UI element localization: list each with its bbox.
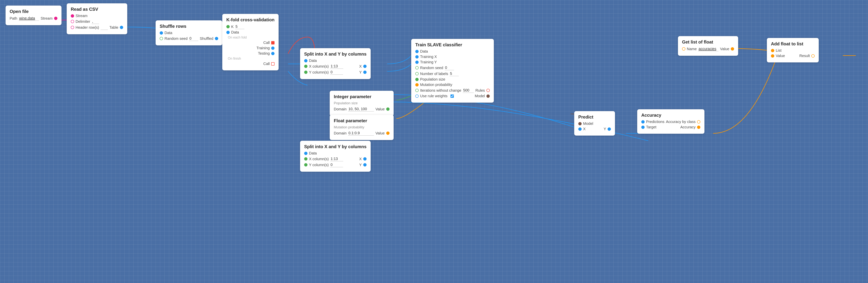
integer-param-node: Integer parameter Population size Domain… <box>330 91 394 116</box>
stream-in-port <box>71 14 74 18</box>
get-list-name-input[interactable] <box>698 46 718 51</box>
split2-xcol-label: X column(s) <box>309 157 329 161</box>
stream-row: Stream <box>71 14 123 18</box>
get-list-float-node: Get list of float Name Value <box>678 36 738 56</box>
split-xy1-node: Split into X and Y by columns Data X col… <box>300 48 371 79</box>
split-xy2-title: Split into X and Y by columns <box>304 144 367 149</box>
kfold-data-label: Data <box>231 30 239 34</box>
split-xy1-title: Split into X and Y by columns <box>304 52 367 57</box>
predict-title: Predict <box>578 115 611 120</box>
shuffle-data-label: Data <box>164 31 172 35</box>
kfold-call2-label: Call <box>264 62 270 66</box>
kfold-call-label: Call <box>264 40 270 45</box>
split1-ycol-input[interactable] <box>330 70 343 75</box>
train-iter-port <box>415 89 418 92</box>
split2-ycol-input[interactable] <box>330 162 343 167</box>
accuracy-byclass-label: Accuracy by class <box>666 120 695 124</box>
float-param-value-out-port <box>386 131 390 135</box>
train-useweights-port <box>415 94 418 98</box>
get-list-value-out-port <box>731 47 734 51</box>
split1-xcol-row: X column(s) X <box>304 64 367 69</box>
accuracy-byclass-out-port <box>697 120 701 124</box>
split2-data-in-port <box>304 152 308 155</box>
accuracy-node: Accuracy Predictions Accuracy by class T… <box>637 109 705 134</box>
train-rules-label: Rules <box>475 88 485 93</box>
train-numlabels-input[interactable] <box>450 71 459 76</box>
train-data-in-port <box>415 50 418 53</box>
path-input[interactable] <box>19 16 39 21</box>
split1-xcol-label: X column(s) <box>309 64 329 68</box>
get-list-name-row: Name Value <box>682 46 734 51</box>
shuffled-label: Shuffled <box>200 36 213 41</box>
add-float-value-row: Value Result <box>771 54 815 58</box>
train-numlabels-row: Number of labels <box>415 71 490 76</box>
train-iter-input[interactable] <box>463 88 474 93</box>
kfold-data-row: Data <box>226 30 275 34</box>
accuracy-target-label: Target <box>646 125 656 129</box>
kfold-k-input[interactable] <box>235 24 244 29</box>
add-float-title: Add float to list <box>771 41 815 46</box>
accuracy-pred-row: Predictions Accuracy by class <box>641 120 701 124</box>
train-model-label: Model <box>475 94 485 98</box>
split2-ycol-label: Y column(s) <box>309 163 329 167</box>
open-file-title: Open file <box>10 9 57 14</box>
split1-x-out-port <box>363 65 367 68</box>
stream-out-port <box>54 17 57 20</box>
accuracy-target-row: Target Accuracy <box>641 125 701 129</box>
float-param-domain-input[interactable] <box>348 131 374 135</box>
int-param-domain-label: Domain <box>334 107 347 111</box>
train-useweights-check[interactable] <box>451 94 454 98</box>
add-float-list-node: Add float to list List Value Result <box>767 38 819 62</box>
train-tx-port <box>415 55 418 59</box>
kfold-training-label: Training <box>256 46 270 50</box>
split2-xcol-port <box>304 157 308 161</box>
kfold-call-row: Call <box>226 40 275 45</box>
predict-model-in-port <box>578 122 582 125</box>
shuffle-seed-input[interactable] <box>189 36 198 41</box>
train-seed-input[interactable] <box>445 65 454 70</box>
predict-x-label: X <box>583 127 586 131</box>
train-iter-row: Iterations without change Rules <box>415 88 490 93</box>
read-csv-node: Read as CSV Stream Delimiter Header row(… <box>67 3 127 34</box>
add-float-list-row: List <box>771 48 815 53</box>
split2-ycol-port <box>304 163 308 166</box>
split2-ycol-row: Y column(s) Y <box>304 162 367 167</box>
delimiter-input[interactable] <box>92 19 99 24</box>
train-data-row: Data <box>415 49 490 54</box>
kfold-data-in-port <box>226 31 230 34</box>
get-list-name-label: Name <box>687 47 697 51</box>
split2-xcol-input[interactable] <box>330 157 343 161</box>
float-param-node: Float parameter Mutation probability Dom… <box>330 115 394 140</box>
split1-xcol-input[interactable] <box>330 64 343 69</box>
float-param-value-label: Value <box>375 131 385 135</box>
int-param-domain-input[interactable] <box>348 107 374 112</box>
int-param-value-label: Value <box>375 107 385 111</box>
add-float-list-in-port <box>771 49 774 52</box>
split2-x-out-port <box>363 157 367 161</box>
kfold-k-port <box>226 25 230 28</box>
split2-data-label: Data <box>309 151 317 155</box>
add-float-result-label: Result <box>799 54 810 58</box>
train-model-out-port <box>487 94 490 98</box>
int-param-domain-row: Domain Value <box>334 107 390 112</box>
delimiter-label: Delimiter <box>75 20 90 24</box>
train-mutprob-port <box>415 83 418 87</box>
get-list-title: Get list of float <box>682 39 734 44</box>
train-useweights-label: Use rule weights <box>420 94 447 98</box>
accuracy-pred-in-port <box>641 120 645 124</box>
kfold-k-row: K <box>226 24 275 29</box>
split1-y-out-port <box>363 70 367 74</box>
kfold-each-fold: On each fold <box>226 36 275 39</box>
shuffle-seed-port <box>160 37 163 40</box>
accuracy-title: Accuracy <box>641 113 701 118</box>
table-label: Table <box>110 25 118 30</box>
train-tx-label: Training X <box>420 55 437 59</box>
kfold-testing-row: Testing <box>226 51 275 56</box>
train-popsize-port <box>415 78 418 81</box>
train-tx-row: Training X <box>415 55 490 59</box>
header-input[interactable] <box>100 25 108 30</box>
train-slave-node: Train SLAVE classifier Data Training X T… <box>411 39 494 103</box>
float-param-domain-row: Domain Value <box>334 131 390 135</box>
train-ty-row: Training Y <box>415 60 490 64</box>
get-list-name-port <box>682 47 685 51</box>
